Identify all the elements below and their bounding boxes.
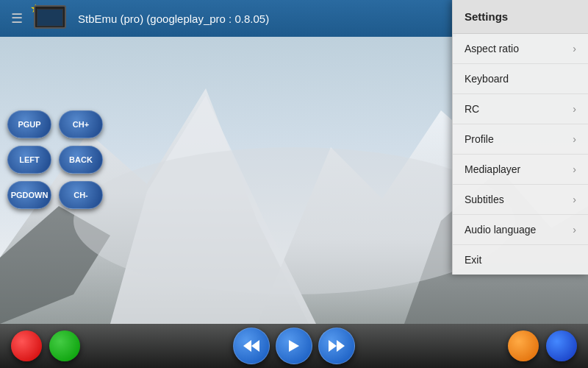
- svg-marker-2: [243, 340, 251, 352]
- controls-panel: PGUP CH+ LEFT BACK PGDOWN CH-: [7, 110, 103, 209]
- fastforward-button[interactable]: [318, 328, 355, 364]
- ctrl-row-3: PGDOWN CH-: [7, 181, 103, 209]
- green-button[interactable]: [49, 330, 80, 361]
- ctrl-row-1: PGUP CH+: [7, 110, 103, 138]
- menu-item-aspect-ratio[interactable]: Aspect ratio ›: [453, 34, 588, 64]
- rc-arrow: ›: [573, 103, 576, 115]
- ctrl-row-2: LEFT BACK: [7, 146, 103, 174]
- mediaplayer-label: Mediaplayer: [465, 163, 520, 175]
- media-controls: [233, 328, 355, 364]
- back-button[interactable]: BACK: [59, 146, 103, 174]
- rewind-button[interactable]: [233, 328, 270, 364]
- right-color-buttons: [508, 330, 577, 361]
- menu-item-audio-language[interactable]: Audio language ›: [453, 215, 588, 245]
- tv-icon-container: ★: [34, 5, 71, 32]
- menu-item-subtitles[interactable]: Subtitles ›: [453, 185, 588, 215]
- tv-icon: [34, 5, 66, 29]
- svg-marker-3: [251, 340, 259, 352]
- blue-button[interactable]: [546, 330, 577, 361]
- svg-marker-6: [337, 340, 345, 352]
- tv-screen: [37, 9, 63, 26]
- chplus-button[interactable]: CH+: [59, 110, 103, 138]
- toolbar: ☰ ★ StbEmu (pro) (googleplay_pro : 0.8.0…: [0, 0, 456, 37]
- red-button[interactable]: [11, 330, 42, 361]
- pgdown-button[interactable]: PGDOWN: [7, 181, 51, 209]
- svg-marker-4: [289, 340, 299, 352]
- bottom-bar: [0, 324, 588, 368]
- audio-language-arrow: ›: [573, 224, 576, 236]
- pgup-button[interactable]: PGUP: [7, 110, 51, 138]
- settings-menu: Settings Aspect ratio › Keyboard RC › Pr…: [452, 0, 588, 275]
- menu-icon[interactable]: ☰: [7, 7, 26, 30]
- chminus-button[interactable]: CH-: [59, 181, 103, 209]
- subtitles-label: Subtitles: [465, 194, 504, 205]
- keyboard-label: Keyboard: [465, 73, 509, 85]
- settings-header: Settings: [453, 0, 588, 34]
- profile-label: Profile: [465, 133, 494, 145]
- app-title: StbEmu (pro) (googleplay_pro : 0.8.05): [78, 13, 448, 25]
- rc-label: RC: [465, 103, 479, 115]
- svg-marker-5: [329, 340, 337, 352]
- orange-button[interactable]: [508, 330, 539, 361]
- audio-language-label: Audio language: [465, 224, 536, 236]
- aspect-ratio-arrow: ›: [573, 43, 576, 54]
- menu-item-exit[interactable]: Exit: [453, 245, 588, 275]
- menu-item-keyboard[interactable]: Keyboard: [453, 64, 588, 94]
- mediaplayer-arrow: ›: [573, 163, 576, 175]
- menu-item-profile[interactable]: Profile ›: [453, 124, 588, 155]
- svg-point-1: [74, 147, 514, 294]
- color-buttons: [11, 330, 80, 361]
- play-button[interactable]: [276, 328, 312, 364]
- profile-arrow: ›: [573, 133, 576, 145]
- menu-item-mediaplayer[interactable]: Mediaplayer ›: [453, 155, 588, 185]
- subtitles-arrow: ›: [573, 194, 576, 205]
- aspect-ratio-label: Aspect ratio: [465, 43, 519, 54]
- menu-item-rc[interactable]: RC ›: [453, 94, 588, 124]
- left-button[interactable]: LEFT: [7, 146, 51, 174]
